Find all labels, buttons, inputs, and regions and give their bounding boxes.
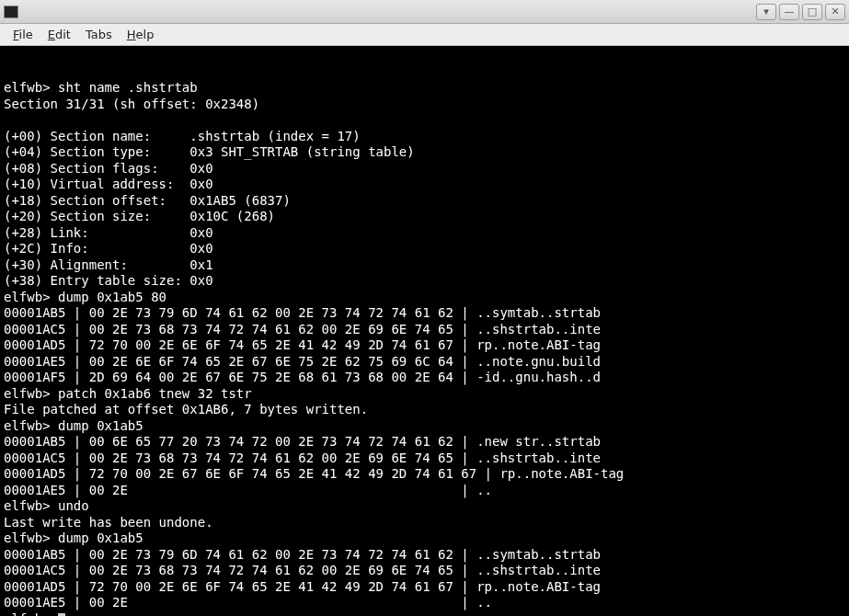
maximize-button[interactable]: □	[802, 4, 822, 20]
terminal-prompt-line: elfwb>	[4, 611, 65, 617]
terminal-line: 00001AF5 | 2D 69 64 00 2E 67 6E 75 2E 68…	[4, 370, 845, 386]
menu-edit-rest: dit	[55, 28, 71, 41]
terminal-line: (+20) Section size: 0x10C (268)	[4, 209, 845, 225]
terminal-line: 00001AE5 | 00 2E | ..	[4, 483, 845, 499]
terminal-line: 00001AE5 | 00 2E | ..	[4, 595, 845, 611]
terminal-line: elfwb> dump 0x1ab5	[4, 530, 845, 547]
terminal-line: elfwb> dump 0x1ab5 80	[4, 290, 845, 306]
terminal-line: 00001AB5 | 00 2E 73 79 6D 74 61 62 00 2E…	[4, 547, 845, 564]
terminal-line: Last write has been undone.	[4, 515, 845, 531]
menu-file[interactable]: File	[6, 26, 40, 43]
terminal-line: File patched at offset 0x1AB6, 7 bytes w…	[4, 402, 845, 418]
terminal-line: (+10) Virtual address: 0x0	[4, 177, 845, 193]
close-button[interactable]: ✕	[825, 4, 845, 20]
terminal-prompt: elfwb>	[4, 611, 58, 617]
terminal-line: Section 31/31 (sh offset: 0x2348)	[4, 97, 845, 113]
terminal-line: (+38) Entry table size: 0x0	[4, 273, 845, 290]
terminal-line: 00001AB5 | 00 2E 73 79 6D 74 61 62 00 2E…	[4, 305, 845, 322]
terminal-line	[4, 112, 845, 129]
terminal-line: 00001AC5 | 00 2E 73 68 73 74 72 74 61 62…	[4, 563, 845, 579]
terminal-line: (+30) Alignment: 0x1	[4, 257, 845, 274]
terminal-line: 00001AE5 | 00 2E 6E 6F 74 65 2E 67 6E 75…	[4, 354, 845, 371]
window-dropdown-button[interactable]: ▾	[756, 4, 776, 20]
app-icon	[4, 6, 18, 18]
minimize-button[interactable]: —	[779, 4, 799, 20]
menu-edit[interactable]: Edit	[40, 26, 78, 43]
terminal-line: (+18) Section offset: 0x1AB5 (6837)	[4, 193, 845, 210]
terminal-line: elfwb> dump 0x1ab5	[4, 418, 845, 435]
menu-tabs-label: Tabs	[86, 28, 112, 41]
cursor-icon	[58, 613, 65, 617]
menu-help[interactable]: Help	[120, 26, 162, 43]
terminal-window: ▾ — □ ✕ File Edit Tabs Help elfwb> sht n…	[0, 0, 849, 616]
terminal-line: 00001AB5 | 00 6E 65 77 20 73 74 72 00 2E…	[4, 434, 845, 451]
menu-file-rest: ile	[19, 28, 33, 41]
terminal-area[interactable]: elfwb> sht name .shstrtabSection 31/31 (…	[0, 46, 849, 616]
terminal-line: (+04) Section type: 0x3 SHT_STRTAB (stri…	[4, 144, 845, 161]
terminal-line: 00001AD5 | 72 70 00 2E 6E 6F 74 65 2E 41…	[4, 579, 845, 596]
terminal-line: 00001AD5 | 72 70 00 2E 67 6E 6F 74 65 2E…	[4, 466, 845, 483]
terminal-line: (+00) Section name: .shstrtab (index = 1…	[4, 129, 845, 145]
terminal-output: elfwb> sht name .shstrtabSection 31/31 (…	[4, 80, 845, 611]
terminal-line: elfwb> patch 0x1ab6 tnew 32 tstr	[4, 386, 845, 403]
terminal-line: (+2C) Info: 0x0	[4, 241, 845, 257]
terminal-line: elfwb> sht name .shstrtab	[4, 80, 845, 97]
titlebar: ▾ — □ ✕	[0, 0, 849, 24]
terminal-line: 00001AD5 | 72 70 00 2E 6E 6F 74 65 2E 41…	[4, 337, 845, 354]
terminal-line: 00001AC5 | 00 2E 73 68 73 74 72 74 61 62…	[4, 451, 845, 467]
terminal-line: 00001AC5 | 00 2E 73 68 73 74 72 74 61 62…	[4, 322, 845, 338]
terminal-line: (+08) Section flags: 0x0	[4, 161, 845, 177]
menubar: File Edit Tabs Help	[0, 24, 849, 46]
terminal-line: elfwb> undo	[4, 498, 845, 515]
terminal-line: (+28) Link: 0x0	[4, 225, 845, 242]
menu-tabs[interactable]: Tabs	[78, 26, 120, 43]
menu-help-rest: elp	[136, 28, 155, 41]
